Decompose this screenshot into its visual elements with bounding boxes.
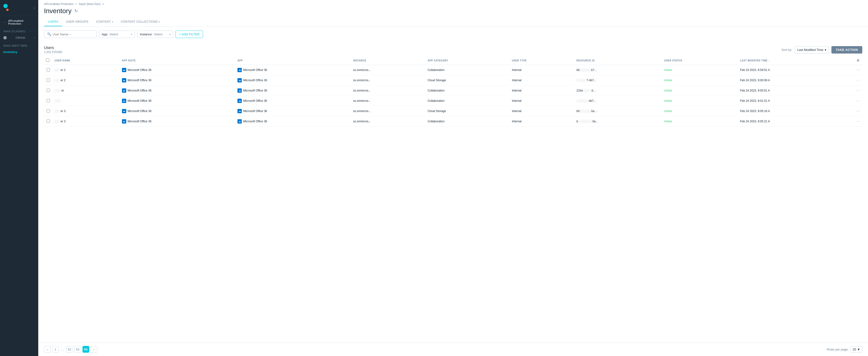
username-cell: jush er 2 bbox=[53, 75, 120, 86]
appsuite-cell: ☁ Microsoft Office 36 bbox=[120, 106, 236, 116]
resourceid-cell: xxxxxxxx-4b7... bbox=[575, 96, 662, 106]
instance-dropdown-icon: ▾ bbox=[169, 33, 170, 36]
row-actions-cell[interactable]: ··· bbox=[855, 65, 862, 75]
col-select-all[interactable] bbox=[44, 56, 53, 65]
appcategory-cell: Collaboration bbox=[426, 86, 510, 96]
add-filter-button[interactable]: + ADD FILTER bbox=[176, 31, 203, 38]
row-more-button[interactable]: ··· bbox=[857, 119, 860, 123]
col-username: USER NAME bbox=[53, 56, 120, 65]
row-checkbox-cell[interactable] bbox=[44, 116, 53, 127]
refresh-button[interactable]: ↻ bbox=[74, 8, 78, 13]
ms-app-icon: ☁ bbox=[238, 119, 242, 124]
row-checkbox[interactable] bbox=[46, 99, 50, 102]
col-instance: INSTANCE bbox=[351, 56, 426, 65]
table-row: jush er 3 ☁ Microsoft Office 36 ☁ Micros… bbox=[44, 106, 862, 116]
row-checkbox-cell[interactable] bbox=[44, 75, 53, 86]
tab-users[interactable]: USERS bbox=[44, 18, 62, 26]
row-checkbox-cell[interactable] bbox=[44, 96, 53, 106]
sidebar-item-inventory[interactable]: Inventory bbox=[0, 48, 38, 56]
userstatus-cell: Active bbox=[662, 65, 738, 75]
row-actions-cell[interactable]: ··· bbox=[855, 86, 862, 96]
settings-icon[interactable]: ⚙ bbox=[857, 59, 860, 62]
app-cell: ☁ Microsoft Office 36 bbox=[236, 65, 351, 75]
appcategory-cell: Collaboration bbox=[426, 65, 510, 75]
row-actions-cell[interactable]: ··· bbox=[855, 96, 862, 106]
instance-filter-value: Select bbox=[154, 32, 163, 36]
page-52-button[interactable]: 52 bbox=[66, 346, 73, 353]
ms-app-icon: ☁ bbox=[238, 68, 242, 72]
row-actions-cell[interactable]: ··· bbox=[855, 116, 862, 127]
userstatus-cell: Active bbox=[662, 116, 738, 127]
appsuite-cell: ☁ Microsoft Office 36 bbox=[120, 96, 236, 106]
instance-cell: ss.onmicros... bbox=[351, 75, 426, 86]
row-checkbox-cell[interactable] bbox=[44, 106, 53, 116]
github-expand-icon: › bbox=[34, 36, 35, 39]
collapse-sidebar-button[interactable]: ‹ bbox=[34, 6, 35, 10]
app-cell: ☁ Microsoft Office 36 bbox=[236, 86, 351, 96]
prev-page-button[interactable]: ‹ bbox=[44, 346, 51, 353]
table-title-group: Users 1,331 FOUND bbox=[44, 45, 62, 54]
usertype-cell: Internal bbox=[510, 75, 575, 86]
page-53-button[interactable]: 53 bbox=[74, 346, 81, 353]
row-more-button[interactable]: ··· bbox=[857, 68, 860, 72]
sort-select[interactable]: Last Modified Time ▾ bbox=[795, 46, 829, 54]
usertype-cell: Internal bbox=[510, 65, 575, 75]
github-label: GitHub bbox=[16, 36, 25, 39]
usertype-cell: Internal bbox=[510, 86, 575, 96]
ms-office-icon: ☁ bbox=[122, 99, 126, 103]
breadcrumb-api-protection[interactable]: API-enabled Protection bbox=[44, 2, 73, 6]
userstatus-cell: Active bbox=[662, 86, 738, 96]
breadcrumb-saas-next[interactable]: SaaS (Next Gen) bbox=[79, 2, 100, 6]
app-filter[interactable]: App: Select ▾ bbox=[99, 31, 135, 38]
row-checkbox[interactable] bbox=[46, 68, 50, 71]
sort-dropdown-icon: ▾ bbox=[825, 48, 827, 52]
search-input[interactable] bbox=[53, 32, 93, 36]
tab-user-groups[interactable]: USER GROUPS bbox=[62, 18, 92, 26]
take-action-button[interactable]: TAKE ACTION bbox=[831, 46, 862, 54]
row-checkbox-cell[interactable] bbox=[44, 65, 53, 75]
row-checkbox[interactable] bbox=[46, 78, 50, 82]
appcategory-cell: Collaboration bbox=[426, 96, 510, 106]
sidebar-item-github[interactable]: GitHub › bbox=[0, 34, 38, 41]
page-1-button[interactable]: 1 bbox=[52, 346, 59, 353]
rows-dropdown-icon: ▼ bbox=[857, 348, 860, 351]
username-cell: jush er 3 bbox=[53, 116, 120, 127]
row-more-button[interactable]: ··· bbox=[857, 109, 860, 113]
ms-office-icon: ☁ bbox=[122, 88, 126, 93]
row-checkbox[interactable] bbox=[46, 120, 50, 123]
row-actions-cell[interactable]: ··· bbox=[855, 75, 862, 86]
logo-circle-blue bbox=[3, 4, 8, 8]
table-row: jush er 2 ☁ Microsoft Office 36 ☁ Micros… bbox=[44, 75, 862, 86]
row-checkbox-cell[interactable] bbox=[44, 86, 53, 96]
sidebar-back-api-protection[interactable]: ← API-enabledProtection bbox=[0, 16, 38, 27]
row-checkbox[interactable] bbox=[46, 109, 50, 112]
app-dropdown-icon: ▾ bbox=[131, 33, 132, 36]
next-page-button[interactable]: › bbox=[91, 346, 97, 353]
col-settings[interactable]: ⚙ bbox=[855, 56, 862, 65]
sort-value: Last Modified Time bbox=[797, 48, 823, 52]
ms-office-icon: ☁ bbox=[122, 68, 126, 72]
col-lastmodified[interactable]: LAST MODIFIED TIME ↕ bbox=[738, 56, 855, 65]
col-app: APP bbox=[236, 56, 351, 65]
row-more-button[interactable]: ··· bbox=[857, 78, 860, 82]
tab-content-collections[interactable]: CONTENT COLLECTIONS ▾ bbox=[117, 18, 164, 26]
app-filter-label: App: bbox=[102, 32, 108, 36]
instance-cell: ss.onmicros... bbox=[351, 116, 426, 127]
instance-filter[interactable]: Instance: Select ▾ bbox=[137, 31, 173, 38]
users-table: USER NAME APP SUITE APP INSTANCE APP CAT… bbox=[44, 56, 862, 127]
row-checkbox[interactable] bbox=[46, 89, 50, 92]
username-cell: jush er 2 bbox=[53, 65, 120, 75]
tab-content[interactable]: CONTENT ▾ bbox=[92, 18, 117, 26]
saas-classic-label: SAAS (CLASSIC) bbox=[3, 30, 25, 33]
page-54-button[interactable]: 54 bbox=[83, 346, 89, 353]
search-box[interactable]: 🔍 bbox=[44, 30, 97, 38]
row-more-button[interactable]: ··· bbox=[857, 88, 860, 93]
rows-per-page-select[interactable]: 25 ▼ bbox=[850, 346, 862, 353]
select-all-checkbox[interactable] bbox=[46, 59, 49, 62]
breadcrumb-sep1: > bbox=[75, 2, 77, 6]
row-actions-cell[interactable]: ··· bbox=[855, 106, 862, 116]
row-more-button[interactable]: ··· bbox=[857, 99, 860, 103]
lastmodified-cell: Feb 24 2023, 9:05:21 A bbox=[738, 116, 855, 127]
content-collections-dropdown-icon: ▾ bbox=[159, 21, 160, 23]
filters-bar: 🔍 App: Select ▾ Instance: Select ▾ + ADD… bbox=[38, 27, 868, 42]
